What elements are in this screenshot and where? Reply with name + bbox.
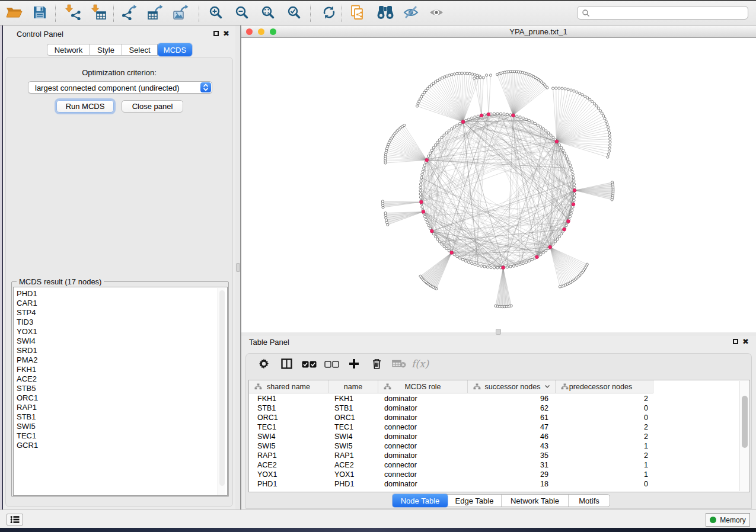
vertical-splitter[interactable] bbox=[235, 25, 241, 510]
run-mcds-button[interactable]: Run MCDS bbox=[56, 100, 114, 113]
column-header-MCDS-role[interactable]: MCDS role bbox=[378, 380, 468, 393]
show-all-button[interactable] bbox=[427, 5, 446, 23]
window-close-button[interactable] bbox=[246, 28, 253, 35]
node-table[interactable]: shared namename MCDS role successor node… bbox=[248, 380, 750, 492]
save-session-button[interactable] bbox=[30, 5, 49, 23]
network-canvas[interactable] bbox=[241, 38, 756, 332]
table-row[interactable]: SWI4SWI4dominator462 bbox=[249, 432, 735, 441]
tab-edge-table[interactable]: Edge Table bbox=[448, 495, 502, 507]
tab-network[interactable]: Network bbox=[47, 44, 90, 56]
close-panel-button[interactable]: Close panel bbox=[122, 100, 183, 113]
result-item[interactable]: GCR1 bbox=[17, 441, 227, 450]
refresh-button[interactable] bbox=[320, 5, 339, 23]
table-row[interactable]: TEC1TEC1connector472 bbox=[249, 422, 735, 432]
export-table-button[interactable] bbox=[146, 5, 165, 23]
column-header-predecessor-nodes[interactable]: predecessor nodes bbox=[556, 380, 653, 393]
table-row[interactable]: FKH1FKH1dominator962 bbox=[249, 394, 735, 403]
zoom-out-button[interactable] bbox=[232, 5, 251, 23]
result-item[interactable]: STB1 bbox=[17, 412, 227, 422]
search-box[interactable] bbox=[577, 6, 748, 20]
result-item[interactable]: TID3 bbox=[17, 318, 227, 327]
result-item[interactable]: PHD1 bbox=[17, 289, 227, 299]
memory-button[interactable]: Memory bbox=[706, 513, 750, 527]
table-row[interactable]: SWI5SWI5connector431 bbox=[249, 441, 735, 451]
cell-name: STB1 bbox=[334, 403, 353, 413]
function-builder-button[interactable]: f(x) bbox=[410, 357, 430, 373]
result-item[interactable]: TEC1 bbox=[17, 431, 227, 441]
zoom-fit-button[interactable] bbox=[258, 5, 277, 23]
cell-successor-nodes: 47 bbox=[513, 422, 548, 432]
tab-style[interactable]: Style bbox=[90, 44, 122, 56]
table-scrollbar-thumb[interactable] bbox=[742, 396, 748, 448]
result-item[interactable]: STB5 bbox=[17, 384, 227, 393]
table-row[interactable]: YOX1YOX1connector291 bbox=[249, 470, 735, 479]
optimization-criterion-select[interactable]: largest connected component (undirected) bbox=[28, 81, 212, 94]
result-item[interactable]: STP4 bbox=[17, 308, 227, 318]
zoom-in-button[interactable] bbox=[206, 5, 225, 23]
delete-table-button[interactable] bbox=[389, 357, 409, 373]
result-item[interactable]: CAR1 bbox=[17, 299, 227, 308]
float-panel-icon[interactable] bbox=[213, 31, 219, 36]
duplicate-network-button[interactable] bbox=[348, 5, 367, 23]
tab-mcds[interactable]: MCDS bbox=[158, 43, 192, 56]
hide-selected-button[interactable] bbox=[401, 5, 420, 23]
binoculars-button[interactable] bbox=[376, 5, 395, 23]
columns-button[interactable] bbox=[276, 357, 296, 373]
export-network-icon bbox=[120, 4, 138, 23]
result-list-scrollbar[interactable] bbox=[218, 288, 225, 496]
result-scrollbar-thumb[interactable] bbox=[219, 290, 225, 486]
cell-name: RAP1 bbox=[334, 451, 354, 460]
cell-MCDS-role: connector bbox=[384, 422, 417, 432]
delete-column-button[interactable] bbox=[366, 357, 387, 373]
search-input[interactable] bbox=[590, 9, 738, 17]
table-row[interactable]: STB1STB1dominator620 bbox=[249, 403, 735, 413]
result-item[interactable]: ORC1 bbox=[17, 393, 227, 403]
import-table-button[interactable] bbox=[89, 5, 108, 23]
export-network-button[interactable] bbox=[120, 5, 139, 23]
close-table-panel-icon[interactable]: ✖ bbox=[742, 338, 749, 345]
vertical-splitter-handle[interactable] bbox=[236, 263, 240, 272]
deselect-all-button[interactable] bbox=[321, 357, 342, 373]
zoom-selected-button[interactable] bbox=[284, 5, 303, 23]
tab-motifs[interactable]: Motifs bbox=[569, 495, 610, 507]
table-row[interactable]: RAP1RAP1dominator352 bbox=[249, 451, 735, 460]
close-panel-icon[interactable]: ✖ bbox=[223, 30, 229, 37]
column-header-name[interactable]: name bbox=[328, 380, 378, 393]
mcds-result-list[interactable]: PHD1CAR1STP4TID3YOX1SWI4SRD1PMA2FKH1ACE2… bbox=[13, 287, 228, 496]
table-row[interactable]: PHD1PHD1dominator180 bbox=[249, 479, 735, 489]
result-item[interactable]: YOX1 bbox=[17, 327, 227, 336]
show-panels-button[interactable] bbox=[7, 514, 23, 525]
network-window-title: YPA_prune.txt_1 bbox=[509, 27, 567, 36]
tab-network-table[interactable]: Network Table bbox=[502, 495, 569, 507]
table-scrollbar[interactable] bbox=[739, 381, 749, 491]
open-session-button[interactable] bbox=[5, 5, 24, 23]
result-item[interactable]: PMA2 bbox=[17, 355, 227, 365]
cell-shared-name: RAP1 bbox=[257, 451, 277, 460]
add-column-button[interactable] bbox=[344, 357, 364, 373]
result-item[interactable]: ACE2 bbox=[17, 374, 227, 384]
result-item[interactable]: SWI4 bbox=[17, 336, 227, 346]
select-all-button[interactable] bbox=[299, 357, 319, 373]
result-item[interactable]: SWI5 bbox=[17, 422, 227, 431]
window-minimize-button[interactable] bbox=[258, 28, 264, 35]
network-window-titlebar[interactable]: YPA_prune.txt_1 bbox=[241, 25, 756, 38]
column-header-successor-nodes[interactable]: successor nodes bbox=[468, 380, 556, 393]
table-row[interactable]: ACE2ACE2connector311 bbox=[249, 460, 735, 470]
column-header-shared-name[interactable]: shared name bbox=[249, 380, 328, 393]
tab-select[interactable]: Select bbox=[122, 44, 158, 56]
gear-button[interactable] bbox=[254, 357, 274, 373]
export-image-button[interactable] bbox=[171, 5, 190, 23]
result-item[interactable]: SRD1 bbox=[17, 346, 227, 355]
import-network-button[interactable] bbox=[63, 5, 82, 23]
table-row[interactable]: ORC1ORC1dominator610 bbox=[249, 413, 735, 422]
window-zoom-button[interactable] bbox=[270, 28, 276, 35]
result-item[interactable]: RAP1 bbox=[17, 403, 227, 412]
cell-MCDS-role: connector bbox=[384, 460, 417, 470]
cell-MCDS-role: dominator bbox=[384, 451, 417, 460]
tab-node-table[interactable]: Node Table bbox=[393, 494, 448, 507]
hide-selected-icon bbox=[403, 5, 419, 22]
result-item[interactable]: FKH1 bbox=[17, 365, 227, 374]
horizontal-splitter-handle[interactable] bbox=[496, 329, 501, 335]
network-graph[interactable] bbox=[381, 70, 614, 308]
float-table-panel-icon[interactable] bbox=[733, 339, 738, 344]
